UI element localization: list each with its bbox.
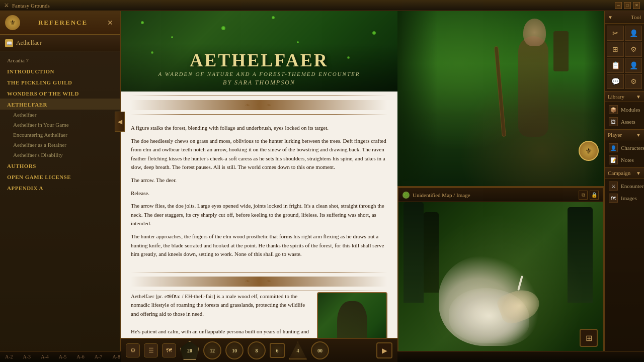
char-description-section: Aethelfaer [pr. eɪθfɛa: / EH-thell-fair]… xyxy=(121,292,397,338)
tool-settings[interactable]: ⚙ xyxy=(625,42,642,57)
reference-title: REFERENCE xyxy=(20,19,106,27)
campaign-images[interactable]: 🗺 Images xyxy=(607,192,642,204)
book-icon: 📖 xyxy=(5,39,13,47)
toolbar-map[interactable]: 🗺 xyxy=(162,343,176,357)
dice-d00[interactable]: 00 xyxy=(311,341,329,359)
tool-buttons: ✂ 👤 ⊞ ⚙ 📋 👤 💬 ⚙ xyxy=(605,24,644,91)
map-zoom-button[interactable]: ⊞ xyxy=(580,329,598,347)
tool-panel: ▼ Tool ✂ 👤 ⊞ ⚙ 📋 👤 💬 ⚙ Library ▼ 📦 Modul… xyxy=(604,11,644,362)
toc-disability[interactable]: Aethelfaer's Disability xyxy=(0,150,120,160)
corner-decoration: ⚜ xyxy=(579,141,599,161)
dice-d4[interactable]: 4 xyxy=(289,341,307,359)
characters-icon: 👤 xyxy=(609,143,618,152)
player-header[interactable]: Player ▼ xyxy=(605,129,644,140)
minimize-button[interactable]: ─ xyxy=(615,2,622,9)
tool-collapse-arrow[interactable]: ▼ xyxy=(608,15,613,20)
campaign-encounters[interactable]: ⚔ Encounters xyxy=(607,180,642,192)
character-image: ⚜ xyxy=(397,11,604,187)
toc-introduction[interactable]: INTRODUCTION xyxy=(0,65,120,76)
toc-pickling-guild[interactable]: THE PICKLING GUILD xyxy=(0,76,120,87)
coord-a6: A-6 xyxy=(76,354,85,359)
characters-label: Characters xyxy=(621,145,644,151)
toc-authors[interactable]: AUTHORS xyxy=(0,160,120,171)
tool-config[interactable]: ⚙ xyxy=(625,74,642,89)
toc-aethelfaer-game[interactable]: Aethelfaer in Your Game xyxy=(0,120,120,130)
book-text: A figure stalks the forest, blending wit… xyxy=(121,116,397,271)
campaign-title: Campaign xyxy=(608,170,630,176)
assets-icon: 🖼 xyxy=(609,117,618,126)
player-notes[interactable]: 📝 Notes xyxy=(607,154,642,166)
toc-aethelfaer-main[interactable]: Aethelfaer xyxy=(0,110,120,120)
toc-retainer[interactable]: Aethelfaer as a Retainer xyxy=(0,140,120,150)
library-modules[interactable]: 📦 Modules xyxy=(607,104,642,116)
dice-d6[interactable]: 6 xyxy=(270,343,285,358)
tool-header: ▼ Tool xyxy=(605,11,644,24)
map-controls: ⧉ 🔒 xyxy=(579,191,599,200)
map-lock-button[interactable]: 🔒 xyxy=(590,191,599,200)
reference-close-button[interactable]: ✕ xyxy=(106,18,115,27)
char-desc-2: He's patient and calm, with an unflappab… xyxy=(131,327,311,338)
coord-a5: A-5 xyxy=(59,354,67,359)
coord-a7: A-7 xyxy=(95,354,103,359)
right-panel: ⚜ 🌿 Unidentified Map / Image ⧉ 🔒 xyxy=(397,11,604,362)
dice-d10[interactable]: 10 xyxy=(225,341,244,359)
book-tab-title: Aethelfaer xyxy=(16,39,42,47)
book-author: by Sara Thompson xyxy=(158,79,360,86)
play-button[interactable]: ▶ xyxy=(376,342,392,358)
player-arrow: ▼ xyxy=(636,132,641,138)
tool-title: Tool xyxy=(631,14,641,20)
char-small-image xyxy=(317,292,387,338)
encounters-label: Encounters xyxy=(621,183,644,189)
assets-label: Assets xyxy=(621,119,635,125)
tool-character[interactable]: 👤 xyxy=(625,26,642,41)
map-header: 🌿 Unidentified Map / Image ⧉ 🔒 xyxy=(398,188,603,202)
coord-a8: A-8 xyxy=(112,354,120,359)
tool-grid[interactable]: ⊞ xyxy=(607,42,624,57)
char-description-text: Aethelfaer [pr. eɪθfɛa: / EH-thell-fair]… xyxy=(131,292,311,338)
tool-player[interactable]: 👤 xyxy=(625,58,642,73)
titlebar-left: ⚔ Fantasy Grounds xyxy=(4,2,50,9)
toc-aethelfaer[interactable]: AETHELFAER xyxy=(0,99,120,110)
library-assets[interactable]: 🖼 Assets xyxy=(607,116,642,128)
campaign-header[interactable]: Campaign ▼ xyxy=(605,167,644,178)
decorative-top xyxy=(121,92,397,115)
decorative-bottom xyxy=(121,272,397,291)
tool-chat[interactable]: 💬 xyxy=(607,74,624,89)
encounters-icon: ⚔ xyxy=(609,182,618,191)
dice-d8[interactable]: 8 xyxy=(248,341,266,359)
maximize-button[interactable]: □ xyxy=(624,2,631,9)
modules-label: Modules xyxy=(621,107,640,113)
toc-open-game[interactable]: OPEN GAME LICENSE xyxy=(0,171,120,182)
coord-a4: A-4 xyxy=(41,354,49,359)
table-of-contents: Arcadia 7 INTRODUCTION THE PICKLING GUIL… xyxy=(0,51,120,362)
tool-cut[interactable]: ✂ xyxy=(607,26,624,41)
toolbar-settings[interactable]: ☰ xyxy=(144,343,158,357)
campaign-items: ⚔ Encounters 🗺 Images xyxy=(605,178,644,206)
images-label: Images xyxy=(621,195,637,201)
dice-d12[interactable]: 12 xyxy=(203,341,221,359)
player-characters[interactable]: 👤 Characters xyxy=(607,142,642,154)
toc-wonders[interactable]: WONDERS OF THE WILD xyxy=(0,87,120,99)
dice-d20[interactable]: 20 xyxy=(180,341,199,360)
toc-arcadia[interactable]: Arcadia 7 xyxy=(0,55,120,65)
para-6: The hunter approaches, the fingers of th… xyxy=(131,232,387,259)
map-link-button[interactable]: ⧉ xyxy=(579,191,588,200)
close-button[interactable]: ✕ xyxy=(633,2,640,9)
toc-appendix[interactable]: APPENDIX A xyxy=(0,182,120,193)
campaign-arrow: ▼ xyxy=(636,170,641,176)
map-title-area: 🌿 Unidentified Map / Image xyxy=(403,192,470,199)
book-subtitle: A Warden of Nature and a Forest-Themed E… xyxy=(158,71,360,77)
book-tab[interactable]: 📖 Aethelfaer xyxy=(0,35,120,51)
tool-notes[interactable]: 📋 xyxy=(607,58,624,73)
library-header[interactable]: Library ▼ xyxy=(605,91,644,102)
notes-label: Notes xyxy=(621,157,634,163)
toolbar-left-icon[interactable]: ⚙ xyxy=(126,343,140,357)
book-content[interactable]: AETHELFAER A Warden of Nature and a Fore… xyxy=(121,11,397,338)
toc-encountering[interactable]: Encountering Aethelfaer xyxy=(0,130,120,140)
coord-a3: A-3 xyxy=(23,354,31,359)
book-title: AETHELFAER xyxy=(158,50,360,71)
titlebar-controls: ─ □ ✕ xyxy=(615,2,640,9)
bottom-toolbar: ⚙ ☰ 🗺 20 12 10 8 6 4 00 ▶ xyxy=(121,338,397,362)
map-panel: 🌿 Unidentified Map / Image ⧉ 🔒 xyxy=(397,187,604,362)
nav-collapse-button[interactable]: ◀ xyxy=(115,112,125,132)
